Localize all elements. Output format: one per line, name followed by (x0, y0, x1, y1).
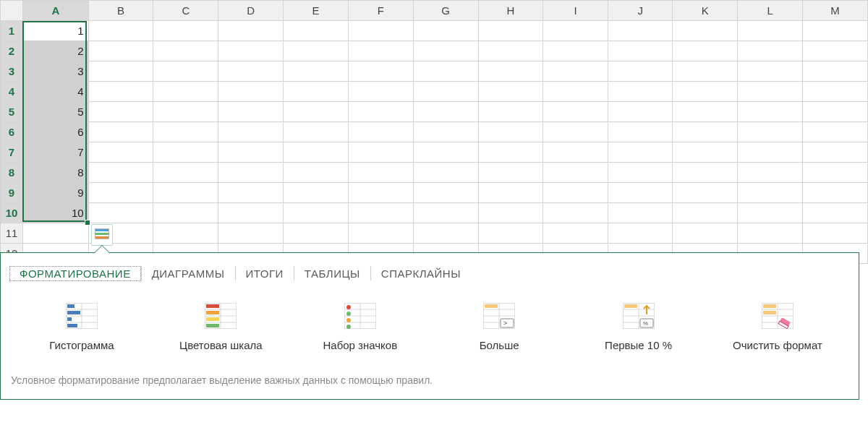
cell-G1[interactable] (413, 21, 478, 41)
cell-C3[interactable] (153, 61, 218, 82)
cell-E4[interactable] (284, 82, 349, 102)
cell-E6[interactable] (284, 122, 349, 142)
cell-B8[interactable] (88, 163, 153, 183)
column-header-I[interactable]: I (543, 1, 608, 21)
cell-G8[interactable] (413, 163, 478, 183)
cell-J4[interactable] (608, 82, 673, 102)
tab-итоги[interactable]: ИТОГИ (236, 266, 294, 281)
column-header-B[interactable]: B (88, 1, 153, 21)
cell-L6[interactable] (738, 122, 803, 142)
cell-H10[interactable] (478, 203, 543, 223)
cell-G11[interactable] (413, 223, 478, 244)
cell-G9[interactable] (413, 183, 478, 203)
cell-E10[interactable] (284, 203, 349, 223)
cell-A11[interactable] (22, 223, 88, 244)
tab-форматирование[interactable]: ФОРМАТИРОВАНИЕ (9, 266, 141, 281)
cell-K8[interactable] (673, 163, 738, 183)
cell-M5[interactable] (802, 102, 867, 122)
cell-C10[interactable] (153, 203, 218, 223)
cell-K11[interactable] (673, 223, 738, 244)
cell-H4[interactable] (478, 82, 543, 102)
cell-F7[interactable] (348, 142, 413, 163)
cell-C6[interactable] (153, 122, 218, 142)
fill-handle[interactable] (85, 220, 90, 226)
cell-C7[interactable] (153, 142, 218, 163)
cell-A9[interactable]: 9 (22, 183, 88, 203)
cell-G10[interactable] (413, 203, 478, 223)
cell-H3[interactable] (478, 61, 543, 82)
cell-E3[interactable] (284, 61, 349, 82)
cell-K9[interactable] (673, 183, 738, 203)
row-header-3[interactable]: 3 (1, 61, 23, 82)
cell-A4[interactable]: 4 (22, 82, 88, 102)
cell-K5[interactable] (673, 102, 738, 122)
cell-L1[interactable] (738, 21, 803, 41)
cell-A5[interactable]: 5 (22, 102, 88, 122)
cell-B3[interactable] (88, 61, 153, 82)
column-header-G[interactable]: G (413, 1, 478, 21)
cell-E11[interactable] (284, 223, 349, 244)
cell-F9[interactable] (348, 183, 413, 203)
row-header-5[interactable]: 5 (1, 102, 23, 122)
cell-H7[interactable] (478, 142, 543, 163)
cell-K6[interactable] (673, 122, 738, 142)
cell-K1[interactable] (673, 21, 738, 41)
row-header-10[interactable]: 10 (1, 203, 23, 223)
cell-A8[interactable]: 8 (22, 163, 88, 183)
select-all-corner[interactable] (1, 1, 23, 21)
row-header-9[interactable]: 9 (1, 183, 23, 203)
cell-C5[interactable] (153, 102, 218, 122)
cell-M7[interactable] (802, 142, 867, 163)
tab-диаграммы[interactable]: ДИАГРАММЫ (142, 266, 235, 281)
cell-L10[interactable] (738, 203, 803, 223)
cell-J8[interactable] (608, 163, 673, 183)
column-header-J[interactable]: J (608, 1, 673, 21)
cell-I8[interactable] (543, 163, 608, 183)
cell-B10[interactable] (88, 203, 153, 223)
cell-F4[interactable] (348, 82, 413, 102)
cell-I5[interactable] (543, 102, 608, 122)
cell-L11[interactable] (738, 223, 803, 244)
cell-M8[interactable] (802, 163, 867, 183)
cell-J9[interactable] (608, 183, 673, 203)
column-header-M[interactable]: M (802, 1, 867, 21)
cell-L4[interactable] (738, 82, 803, 102)
cell-G4[interactable] (413, 82, 478, 102)
column-header-H[interactable]: H (478, 1, 543, 21)
cell-H6[interactable] (478, 122, 543, 142)
quick-analysis-button[interactable] (91, 224, 113, 246)
cell-F5[interactable] (348, 102, 413, 122)
row-header-6[interactable]: 6 (1, 122, 23, 142)
cell-F8[interactable] (348, 163, 413, 183)
cell-B5[interactable] (88, 102, 153, 122)
column-header-E[interactable]: E (284, 1, 349, 21)
cell-J1[interactable] (608, 21, 673, 41)
cell-D6[interactable] (218, 122, 284, 142)
row-header-7[interactable]: 7 (1, 142, 23, 163)
cell-D10[interactable] (218, 203, 284, 223)
cell-H8[interactable] (478, 163, 543, 183)
cell-I1[interactable] (543, 21, 608, 41)
cell-D8[interactable] (218, 163, 284, 183)
cell-M10[interactable] (802, 203, 867, 223)
cell-H5[interactable] (478, 102, 543, 122)
cell-E7[interactable] (284, 142, 349, 163)
option-clear[interactable]: Очистить формат (720, 303, 835, 351)
row-header-11[interactable]: 11 (1, 223, 23, 244)
cell-D9[interactable] (218, 183, 284, 203)
cell-C4[interactable] (153, 82, 218, 102)
cell-B9[interactable] (88, 183, 153, 203)
cell-E9[interactable] (284, 183, 349, 203)
cell-C8[interactable] (153, 163, 218, 183)
cell-L5[interactable] (738, 102, 803, 122)
cell-A6[interactable]: 6 (22, 122, 88, 142)
cell-I7[interactable] (543, 142, 608, 163)
cell-M2[interactable] (802, 41, 867, 61)
cell-J11[interactable] (608, 223, 673, 244)
row-header-4[interactable]: 4 (1, 82, 23, 102)
cell-I2[interactable] (543, 41, 608, 61)
cell-K4[interactable] (673, 82, 738, 102)
cell-I9[interactable] (543, 183, 608, 203)
cell-C2[interactable] (153, 41, 218, 61)
row-header-8[interactable]: 8 (1, 163, 23, 183)
